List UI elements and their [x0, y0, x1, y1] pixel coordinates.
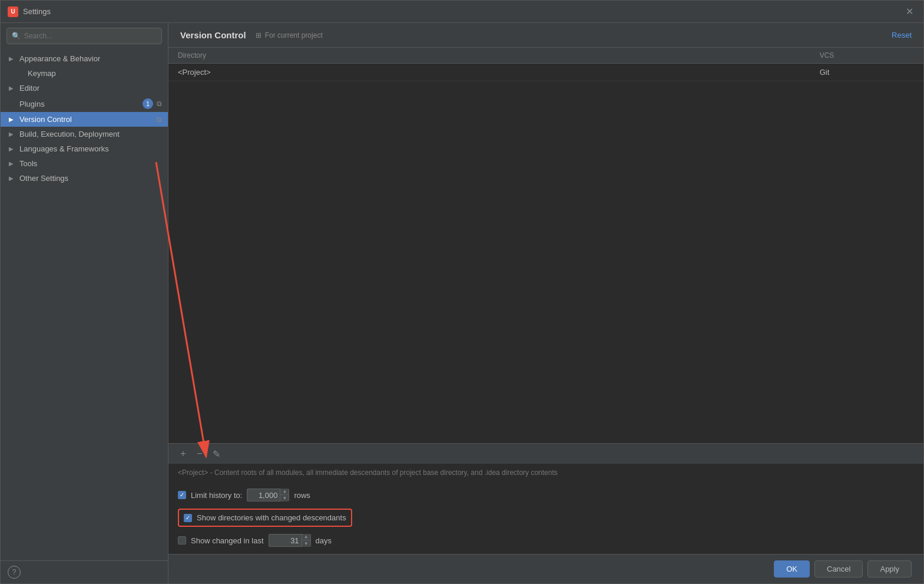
- sidebar-items: ▶ Appearance & Behavior ▶ Keymap ▶ Edito…: [1, 49, 168, 560]
- search-input[interactable]: [24, 32, 157, 40]
- settings-window: U Settings ✕ 🔍 ▶ Appearance & Behavior ▶: [0, 0, 924, 584]
- sidebar-item-plugins[interactable]: ▶ Plugins 1 ⧉: [1, 95, 168, 112]
- close-button[interactable]: ✕: [902, 5, 916, 19]
- panel-title: Version Control: [180, 30, 246, 40]
- show-changed-in-last-row: Show changed in last ▲ ▼ days: [178, 534, 914, 547]
- remove-button[interactable]: −: [193, 447, 206, 460]
- show-changed-descendants-checkbox[interactable]: [184, 514, 192, 522]
- project-icon: ⊞: [256, 31, 261, 39]
- limit-history-row: Limit history to: ▲ ▼ rows: [178, 489, 914, 501]
- copy-icon: ⧉: [157, 116, 162, 124]
- row-directory: <Project>: [168, 64, 810, 81]
- chevron-icon: ▶: [9, 116, 16, 123]
- sidebar-item-languages[interactable]: ▶ Languages & Frameworks: [1, 141, 168, 156]
- sidebar-item-keymap[interactable]: ▶ Keymap: [1, 66, 168, 81]
- sidebar-item-label: Version Control: [19, 115, 153, 124]
- for-current-project: ⊞ For current project: [256, 31, 323, 39]
- show-changed-descendants-highlight: Show directories with changed descendant…: [178, 509, 352, 527]
- spinner-up[interactable]: ▲: [302, 534, 310, 540]
- show-changed-input[interactable]: [269, 534, 302, 546]
- limit-history-input-group: ▲ ▼: [247, 489, 289, 501]
- chevron-icon: ▶: [9, 175, 16, 182]
- show-changed-in-last-checkbox[interactable]: [178, 536, 186, 545]
- show-changed-input-group: ▲ ▼: [269, 534, 311, 547]
- help-icon: ?: [12, 568, 16, 576]
- sidebar-item-label: Keymap: [28, 69, 162, 78]
- show-changed-in-last-label-after: days: [316, 536, 332, 545]
- sidebar-bottom: ?: [1, 560, 168, 583]
- reset-link[interactable]: Reset: [892, 31, 912, 39]
- show-changed-spinner: ▲ ▼: [302, 534, 310, 547]
- for-current-project-label: For current project: [265, 31, 323, 39]
- sidebar-item-other[interactable]: ▶ Other Settings: [1, 171, 168, 186]
- show-changed-descendants-label: Show directories with changed descendant…: [197, 513, 346, 522]
- spinner-down[interactable]: ▼: [280, 495, 289, 501]
- info-text: <Project> - Content roots of all modules…: [168, 464, 923, 481]
- sidebar-item-label: Editor: [19, 84, 162, 93]
- sidebar-item-editor[interactable]: ▶ Editor: [1, 81, 168, 95]
- plugins-badge: 1: [143, 98, 153, 109]
- main-panel: Version Control ⊞ For current project Re…: [168, 23, 923, 583]
- app-icon: U: [8, 6, 18, 17]
- panel-title-group: Version Control ⊞ For current project: [180, 30, 323, 40]
- panel-body: Directory VCS <Project> Git +: [168, 48, 923, 554]
- sidebar-item-label: Other Settings: [19, 174, 162, 183]
- limit-history-label-after: rows: [294, 491, 310, 500]
- panel-header: Version Control ⊞ For current project Re…: [168, 23, 923, 48]
- sidebar: 🔍 ▶ Appearance & Behavior ▶ Keymap ▶ Edi…: [1, 23, 168, 583]
- chevron-icon: ▶: [9, 146, 16, 152]
- table-row[interactable]: <Project> Git: [168, 64, 923, 81]
- sidebar-item-label: Tools: [19, 159, 162, 168]
- chevron-icon: ▶: [9, 131, 16, 137]
- col-header-directory: Directory: [168, 48, 810, 64]
- chevron-icon: ▶: [9, 55, 16, 62]
- sidebar-item-label: Languages & Frameworks: [19, 144, 162, 153]
- edit-button[interactable]: ✎: [210, 447, 223, 460]
- chevron-icon: ▶: [9, 85, 16, 91]
- cancel-button[interactable]: Cancel: [814, 560, 863, 578]
- table-toolbar: + − ✎: [168, 443, 923, 464]
- window-title: Settings: [23, 7, 902, 16]
- copy-icon: ⧉: [157, 100, 162, 108]
- apply-button[interactable]: Apply: [867, 560, 912, 578]
- show-changed-in-last-label-before: Show changed in last: [191, 536, 264, 545]
- chevron-icon: ▶: [9, 160, 16, 167]
- title-bar: U Settings ✕: [1, 1, 923, 23]
- table-spacer: [168, 81, 923, 443]
- sidebar-item-label: Plugins: [19, 100, 138, 108]
- sidebar-item-tools[interactable]: ▶ Tools: [1, 156, 168, 171]
- sidebar-item-appearance[interactable]: ▶ Appearance & Behavior: [1, 51, 168, 66]
- limit-history-input[interactable]: [247, 489, 280, 501]
- sidebar-item-label: Appearance & Behavior: [19, 54, 162, 63]
- search-box[interactable]: 🔍: [6, 28, 162, 44]
- sidebar-item-version-control[interactable]: ▶ Version Control ⧉: [1, 112, 168, 127]
- limit-history-spinner: ▲ ▼: [280, 489, 289, 501]
- sidebar-item-label: Build, Execution, Deployment: [19, 130, 162, 138]
- col-header-vcs: VCS: [810, 48, 923, 64]
- vc-table: Directory VCS <Project> Git: [168, 48, 923, 81]
- row-vcs: Git: [810, 64, 923, 81]
- limit-history-checkbox[interactable]: [178, 491, 186, 499]
- app-icon-letter: U: [11, 8, 15, 15]
- show-changed-descendants-row: Show directories with changed descendant…: [178, 509, 914, 527]
- add-button[interactable]: +: [177, 447, 190, 460]
- main-content: 🔍 ▶ Appearance & Behavior ▶ Keymap ▶ Edi…: [1, 23, 923, 583]
- bottom-bar: OK Cancel Apply: [168, 554, 923, 583]
- spinner-up[interactable]: ▲: [280, 489, 289, 495]
- help-button[interactable]: ?: [8, 566, 21, 579]
- settings-section: Limit history to: ▲ ▼ rows: [168, 481, 923, 554]
- limit-history-label-before: Limit history to:: [191, 491, 242, 500]
- sidebar-item-build[interactable]: ▶ Build, Execution, Deployment: [1, 127, 168, 141]
- spinner-down[interactable]: ▼: [302, 540, 310, 547]
- search-icon: 🔍: [12, 32, 21, 40]
- ok-button[interactable]: OK: [774, 560, 810, 578]
